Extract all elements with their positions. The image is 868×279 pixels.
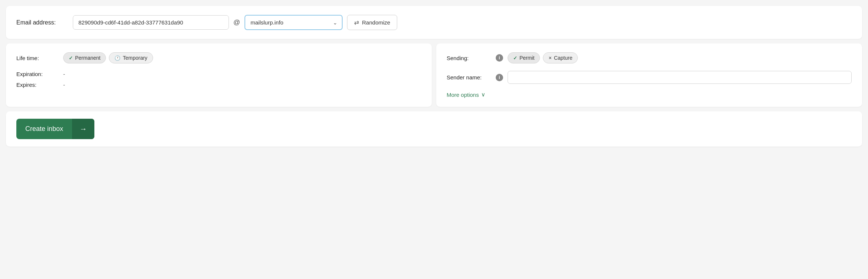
expiration-field-row: Expiration: -: [16, 71, 421, 77]
capture-cross-icon: ×: [548, 55, 551, 61]
expiration-value: -: [63, 71, 65, 77]
expires-label: Expires:: [16, 82, 57, 88]
create-inbox-arrow-icon: →: [72, 119, 94, 139]
create-inbox-label: Create inbox: [16, 119, 72, 139]
sending-info-icon: i: [496, 54, 503, 62]
permit-label: Permit: [519, 55, 534, 61]
create-inbox-button[interactable]: Create inbox →: [16, 119, 94, 139]
temporary-toggle-button[interactable]: 🕐 Temporary: [109, 52, 153, 63]
lifetime-card: Life time: ✓ Permanent 🕐 Temporary Expir…: [6, 43, 432, 107]
sender-name-label: Sender name:: [447, 74, 491, 81]
email-local-input[interactable]: [73, 15, 229, 30]
more-options-button[interactable]: More options ∨: [447, 91, 485, 98]
sending-label: Sending:: [447, 55, 491, 61]
sender-name-input[interactable]: [508, 71, 852, 84]
email-address-section: Email address: @ mailslurp.info mailslur…: [6, 6, 862, 39]
at-symbol: @: [233, 19, 240, 26]
domain-select[interactable]: mailslurp.info mailslurp.com mailslurp.n…: [245, 16, 342, 29]
permanent-label: Permanent: [75, 55, 100, 61]
lifetime-toggle-group: ✓ Permanent 🕐 Temporary: [63, 52, 153, 63]
expires-field-row: Expires: -: [16, 82, 421, 88]
lifetime-field-row: Life time: ✓ Permanent 🕐 Temporary: [16, 52, 421, 63]
sending-toggle-group: ✓ Permit × Capture: [508, 52, 578, 63]
temporary-label: Temporary: [123, 55, 147, 61]
more-options-label: More options: [447, 92, 479, 98]
more-options-chevron-icon: ∨: [481, 91, 485, 98]
capture-label: Capture: [554, 55, 573, 61]
sender-name-info-icon: i: [496, 74, 503, 81]
shuffle-icon: ⇄: [354, 19, 359, 26]
permit-check-icon: ✓: [513, 55, 517, 61]
permanent-toggle-button[interactable]: ✓ Permanent: [63, 52, 106, 63]
bottom-section: Create inbox →: [6, 111, 862, 147]
sending-card: Sending: i ✓ Permit × Capture Sender nam…: [436, 43, 862, 107]
permit-toggle-button[interactable]: ✓ Permit: [508, 52, 540, 63]
check-icon: ✓: [69, 55, 73, 61]
randomize-button[interactable]: ⇄ Randomize: [347, 15, 397, 30]
expiration-label: Expiration:: [16, 71, 57, 77]
middle-row: Life time: ✓ Permanent 🕐 Temporary Expir…: [6, 43, 862, 107]
clock-icon: 🕐: [114, 55, 120, 61]
expires-value: -: [63, 82, 65, 88]
capture-toggle-button[interactable]: × Capture: [543, 52, 578, 63]
sending-field-row: Sending: i ✓ Permit × Capture: [447, 52, 852, 63]
sender-name-field-row: Sender name: i: [447, 71, 852, 84]
randomize-label: Randomize: [362, 19, 390, 26]
lifetime-label: Life time:: [16, 55, 57, 61]
domain-select-wrapper: mailslurp.info mailslurp.com mailslurp.n…: [244, 15, 343, 30]
email-address-label: Email address:: [16, 19, 68, 26]
